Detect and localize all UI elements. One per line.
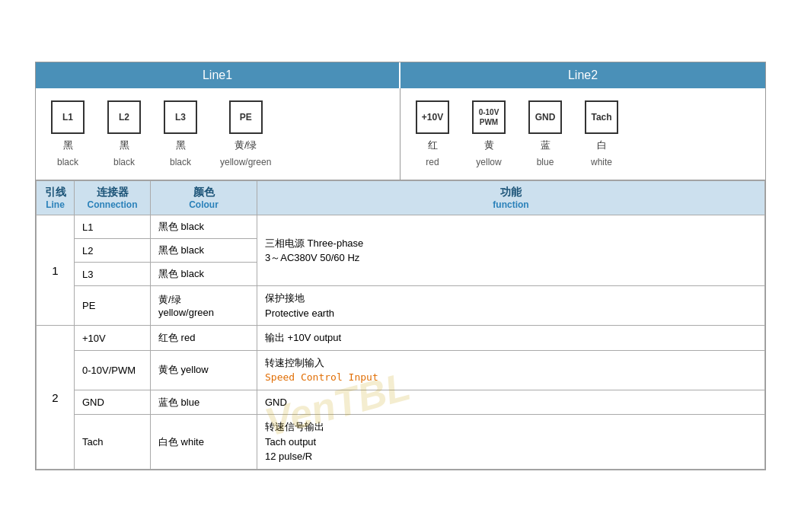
conn-pwm: 0-10V/PWM [75, 350, 151, 390]
header-connection: 连接器 Connection [75, 181, 151, 215]
connector-PE-box: PE [229, 100, 263, 134]
func-PE: 保护接地Protective earth [257, 286, 765, 326]
table-row: 1 L1 黑色 black 三相电源 Three-phase3～AC380V 5… [37, 215, 765, 239]
func-tach: 转速信号输出Tach output12 pulse/R [257, 415, 765, 470]
connector-L1-box: L1 [51, 100, 85, 134]
connector-PWM-cn: 黄 [484, 139, 494, 152]
connector-10V-cn: 红 [428, 139, 438, 152]
colour-PE: 黄/绿yellow/green [151, 286, 257, 326]
colour-pwm: 黄色 yellow [151, 350, 257, 390]
connector-L3-cn: 黑 [176, 139, 186, 152]
conn-tach: Tach [75, 415, 151, 470]
header-line: 引线 Line [37, 181, 75, 215]
connector-GND-cn: 蓝 [541, 139, 550, 152]
connector-PWM-box: 0-10VPWM [472, 100, 506, 134]
conn-PE: PE [75, 286, 151, 326]
connector-L2-en: black [113, 157, 135, 167]
colour-10V: 红色 red [151, 326, 257, 351]
connector-L1: L1 黑 black [51, 100, 85, 167]
diagram-line1: L1 黑 black L2 黑 black L3 黑 black [36, 88, 400, 180]
connector-10V: +10V 红 red [416, 100, 449, 167]
connector-PE-en: yellow/green [220, 157, 271, 167]
table-row: PE 黄/绿yellow/green 保护接地Protective earth [37, 286, 765, 326]
speed-ctrl-label: Speed Control Input [265, 371, 378, 383]
connector-L3-box: L3 [164, 100, 197, 134]
connector-Tach-cn: 白 [597, 139, 607, 152]
colour-L2: 黑色 black [151, 239, 257, 263]
connector-L2-cn: 黑 [120, 139, 129, 152]
connector-L1-en: black [57, 157, 78, 167]
line-num-1: 1 [37, 215, 75, 326]
main-table: 引线 Line 连接器 Connection 颜色 Colour 功能 [36, 180, 765, 470]
line2-connectors: +10V 红 red 0-10VPWM 黄 yellow GND 蓝 blue [416, 100, 750, 167]
colour-tach: 白色 white [151, 415, 257, 470]
colour-L3: 黑色 black [151, 263, 257, 286]
connector-10V-en: red [426, 157, 439, 167]
conn-L1: L1 [75, 215, 151, 239]
main-container: Line1 Line2 L1 黑 black L2 黑 black [35, 62, 766, 470]
header-colour: 颜色 Colour [151, 181, 257, 215]
connector-PE-cn: 黄/绿 [235, 139, 257, 152]
diagram-line2: +10V 红 red 0-10VPWM 黄 yellow GND 蓝 blue [400, 88, 765, 180]
table-section: 引线 Line 连接器 Connection 颜色 Colour 功能 [36, 180, 765, 470]
connector-PWM: 0-10VPWM 黄 yellow [472, 100, 506, 167]
func-pwm: 转速控制输入Speed Control Input [257, 350, 765, 390]
connector-PWM-en: yellow [476, 157, 501, 167]
connector-Tach: Tach 白 white [585, 100, 618, 167]
header-row: Line1 Line2 [36, 62, 765, 88]
connector-GND: GND 蓝 blue [528, 100, 562, 167]
func-gnd: GND [257, 390, 765, 415]
func-10V: 输出 +10V output [257, 326, 765, 351]
connector-L2-box: L2 [107, 100, 141, 134]
connector-GND-box: GND [528, 100, 562, 134]
table-row: Tach 白色 white 转速信号输出Tach output12 pulse/… [37, 415, 765, 470]
connector-Tach-en: white [591, 157, 612, 167]
colour-gnd: 蓝色 blue [151, 390, 257, 415]
connector-L2: L2 黑 black [107, 100, 141, 167]
colour-L1: 黑色 black [151, 215, 257, 239]
diagram-row: L1 黑 black L2 黑 black L3 黑 black [36, 88, 765, 180]
connector-L3-en: black [170, 157, 191, 167]
table-row: GND 蓝色 blue GND [37, 390, 765, 415]
line-num-2: 2 [37, 326, 75, 470]
connector-10V-box: +10V [416, 100, 449, 134]
header-line2: Line2 [400, 62, 765, 88]
connector-L1-cn: 黑 [63, 139, 73, 152]
conn-L3: L3 [75, 263, 151, 286]
table-row: 2 +10V 红色 red 输出 +10V output [37, 326, 765, 351]
conn-gnd: GND [75, 390, 151, 415]
func-L1-L3: 三相电源 Three-phase3～AC380V 50/60 Hz [257, 215, 765, 286]
connector-PE: PE 黄/绿 yellow/green [220, 100, 271, 167]
connector-L3: L3 黑 black [164, 100, 197, 167]
conn-10V: +10V [75, 326, 151, 351]
table-row: 0-10V/PWM 黄色 yellow 转速控制输入Speed Control … [37, 350, 765, 390]
header-function: 功能 function [257, 181, 765, 215]
connector-GND-en: blue [537, 157, 554, 167]
line1-connectors: L1 黑 black L2 黑 black L3 黑 black [51, 100, 385, 167]
connector-Tach-box: Tach [585, 100, 618, 134]
conn-L2: L2 [75, 239, 151, 263]
header-line1: Line1 [36, 62, 400, 88]
table-header-row: 引线 Line 连接器 Connection 颜色 Colour 功能 [37, 181, 765, 215]
